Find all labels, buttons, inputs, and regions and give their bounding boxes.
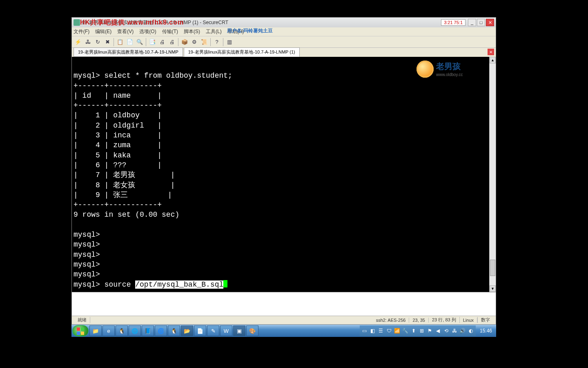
tb-properties-icon[interactable]: 📑 bbox=[148, 38, 157, 47]
toolbar-separator bbox=[146, 38, 146, 46]
tb-paste-icon[interactable]: 📄 bbox=[125, 38, 134, 47]
taskbar-explorer-icon[interactable]: 📁 bbox=[89, 325, 102, 336]
cursor bbox=[223, 280, 227, 287]
tray-av-icon[interactable]: 🛡 bbox=[386, 328, 392, 334]
tb-find-icon[interactable]: 🔍 bbox=[135, 38, 144, 47]
taskbar-folder-icon[interactable]: 📂 bbox=[181, 325, 193, 336]
statusbar: 就绪 ssh2: AES-256 23, 35 23 行, 83 列 Linux… bbox=[72, 316, 496, 324]
oldboy-logo: 老男孩 www.oldboy.cc bbox=[416, 59, 486, 79]
tray-icon[interactable]: ⚑ bbox=[427, 328, 433, 334]
status-position: 23, 35 bbox=[409, 318, 429, 323]
watermark-overlay: HK共享吧提供 www.mfhk8.com bbox=[80, 18, 184, 27]
tb-print-icon[interactable]: 🖨 bbox=[158, 38, 167, 47]
tray-icon[interactable]: ◐ bbox=[468, 328, 474, 334]
menu-view[interactable]: 查看(V) bbox=[117, 28, 134, 35]
minimize-button[interactable]: _ bbox=[468, 19, 476, 26]
windows-taskbar: 📁 e 🐧 🌐 📘 🌀 🐧 📂 📄 ✎ W ▣ 🎨 ▭ ◧ ☰ 🛡 📶 🔧 ⬆ … bbox=[71, 325, 496, 337]
taskbar-app-icon[interactable]: 🎨 bbox=[246, 325, 258, 336]
username-overlay: 用户名:玛铃薯炖土豆 bbox=[227, 27, 273, 34]
menu-edit[interactable]: 编辑(E) bbox=[95, 28, 111, 35]
session-tab-1[interactable]: 19-老男孩linux高薪实战教育基地-10.7-A-19-LNMP bbox=[74, 47, 183, 57]
terminal-area: mysql> select * from oldboy.student; +--… bbox=[72, 57, 496, 292]
start-button[interactable] bbox=[72, 325, 89, 337]
taskbar-notepad-icon[interactable]: 📄 bbox=[194, 325, 206, 336]
taskbar-qq-icon[interactable]: 🐧 bbox=[116, 325, 128, 336]
tb-sftp-icon[interactable]: 📦 bbox=[180, 38, 189, 47]
logo-icon bbox=[416, 61, 434, 78]
taskbar-app-icon[interactable]: 🌀 bbox=[155, 325, 167, 336]
scrollll-up-icon[interactable]: ▲ bbox=[490, 57, 496, 63]
tray-icon[interactable]: ⟲ bbox=[443, 328, 450, 334]
terminal-prompt: mysql> bbox=[74, 270, 105, 278]
table-row: | 1 | oldboy | bbox=[74, 111, 162, 119]
taskbar-editor-icon[interactable]: ✎ bbox=[207, 325, 219, 336]
tray-icon[interactable]: ◀ bbox=[435, 328, 441, 334]
terminal[interactable]: mysql> select * from oldboy.student; +--… bbox=[72, 57, 489, 292]
tray-icon[interactable]: ⊞ bbox=[419, 328, 425, 334]
terminal-prompt: mysql> bbox=[74, 240, 105, 249]
tray-volume-icon[interactable]: 🔊 bbox=[459, 328, 466, 334]
toolbar: ⚡ 🖧 ↻ ✖ 📋 📄 🔍 📑 🖨 🖨 📦 ⚙ 📜 ? ▥ bbox=[72, 36, 496, 48]
menu-script[interactable]: 脚本(S) bbox=[184, 28, 200, 35]
session-tab-2-active[interactable]: 19-老男孩linux高薪实战教育基地-10.7-A-19-LNMP (1) bbox=[184, 47, 300, 57]
terminal-summary: 9 rows in set (0.00 sec) bbox=[74, 211, 179, 219]
taskbar-app-icon[interactable]: 🐧 bbox=[168, 325, 180, 336]
toolbar-separator bbox=[223, 38, 223, 46]
tray-icon[interactable]: 🔧 bbox=[402, 328, 409, 334]
taskbar-securecrt-icon[interactable]: ▣ bbox=[233, 325, 245, 336]
tb-quick-connect-icon[interactable]: ⚡ bbox=[74, 38, 82, 47]
tb-copy-icon[interactable]: 📋 bbox=[116, 38, 125, 47]
command-pane[interactable] bbox=[72, 292, 496, 316]
tray-network-icon[interactable]: 🖧 bbox=[451, 328, 458, 334]
menu-file[interactable]: 文件(F) bbox=[74, 28, 89, 35]
table-row: | 9 | 张三 | bbox=[74, 191, 172, 199]
tray-icon[interactable]: ⬆ bbox=[410, 328, 417, 334]
status-connection: ssh2: AES-256 bbox=[373, 318, 410, 323]
tray-show-desktop-icon[interactable]: ▭ bbox=[361, 328, 368, 334]
terminal-sep: +------+-----------+ bbox=[74, 82, 162, 90]
menu-tools[interactable]: 工具(L) bbox=[206, 28, 222, 35]
scrollbar-track[interactable] bbox=[490, 63, 496, 285]
toolbar-separator bbox=[114, 38, 114, 46]
tab-close-button[interactable]: ✕ bbox=[488, 49, 494, 55]
table-row: | 3 | inca | bbox=[74, 131, 162, 139]
table-row: | 2 | oldgirl | bbox=[74, 121, 162, 130]
table-row: | 4 | zuma | bbox=[74, 141, 162, 149]
menu-options[interactable]: 选项(O) bbox=[139, 28, 156, 35]
maximize-button[interactable]: □ bbox=[477, 19, 485, 26]
tb-session-icon[interactable]: ▥ bbox=[225, 38, 234, 47]
taskbar-ie-icon[interactable]: e bbox=[102, 325, 115, 336]
logo-text-cn: 老男孩 bbox=[436, 61, 463, 72]
system-tray: ▭ ◧ ☰ 🛡 📶 🔧 ⬆ ⊞ ⚑ ◀ ⟲ 🖧 🔊 ◐ bbox=[360, 325, 476, 336]
tb-options-icon[interactable]: ⚙ bbox=[190, 38, 199, 47]
tray-icon[interactable]: 📶 bbox=[394, 328, 401, 334]
terminal-sep: +------+-----------+ bbox=[74, 201, 162, 209]
tb-reconnect-icon[interactable]: ↻ bbox=[93, 38, 102, 47]
table-row: | 6 | ??? | bbox=[74, 161, 162, 169]
scrollbar[interactable]: ▲ ▼ bbox=[489, 57, 496, 292]
taskbar-word-icon[interactable]: W bbox=[220, 325, 232, 336]
tray-icon[interactable]: ☰ bbox=[378, 328, 384, 334]
menubar: 文件(F) 编辑(E) 查看(V) 选项(O) 传输(T) 脚本(S) 工具(L… bbox=[72, 27, 496, 36]
scroll-down-icon[interactable]: ▼ bbox=[490, 285, 496, 292]
tb-print2-icon[interactable]: 🖨 bbox=[167, 38, 176, 47]
taskbar-app-icon[interactable]: 📘 bbox=[142, 325, 154, 336]
table-row: | 8 | 老女孩 | bbox=[74, 181, 175, 189]
titlebar: 19-老男孩linux高薪实战教育基地-10.7-A-19-LNMP (1) -… bbox=[72, 18, 496, 27]
status-numlock: 数字 bbox=[477, 317, 493, 323]
toolbar-separator bbox=[178, 38, 178, 46]
terminal-header: | id | name | bbox=[74, 92, 162, 100]
tb-connect-icon[interactable]: 🖧 bbox=[83, 38, 92, 47]
scrollbar-thumb[interactable] bbox=[490, 260, 495, 276]
close-button[interactable]: ✕ bbox=[486, 19, 494, 26]
tb-help-icon[interactable]: ? bbox=[212, 38, 221, 47]
terminal-prompt: mysql> bbox=[74, 280, 105, 289]
terminal-line: mysql> select * from oldboy.student; bbox=[74, 72, 232, 80]
menu-transfer[interactable]: 传输(T) bbox=[162, 28, 178, 35]
tb-disconnect-icon[interactable]: ✖ bbox=[103, 38, 112, 47]
tb-script-icon[interactable]: 📜 bbox=[200, 38, 209, 47]
taskbar-app-icon[interactable]: 🌐 bbox=[129, 325, 141, 336]
taskbar-clock[interactable]: 15:46 bbox=[477, 328, 495, 334]
tray-ime-icon[interactable]: ◧ bbox=[370, 328, 376, 334]
status-platform: Linux bbox=[460, 318, 477, 323]
